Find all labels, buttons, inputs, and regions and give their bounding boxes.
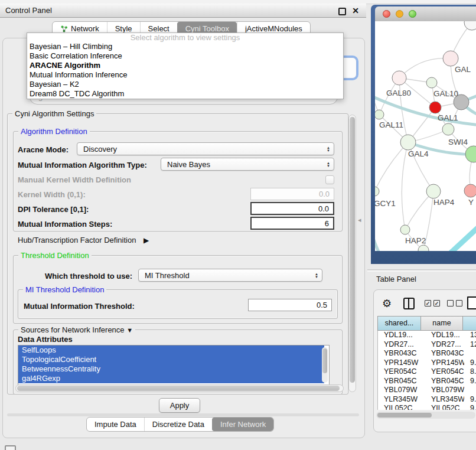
table-row[interactable]: YBR045CYBR045C9. — [378, 377, 476, 386]
algorithm-dropdown-popup: Select algorithm to view settings Bayesi… — [27, 32, 344, 99]
data-attributes-list[interactable]: SelfLoopsTopologicalCoefficientBetweenne… — [18, 345, 330, 385]
table-row[interactable]: YDR27...YDR27...12 — [378, 340, 476, 350]
zoom-traffic-light-icon[interactable] — [409, 10, 416, 18]
docked-panel-icon[interactable] — [5, 445, 16, 450]
attributes-list-scrollbar[interactable] — [322, 347, 328, 383]
node-label-gal80: GAL80 — [386, 89, 411, 97]
mi-algorithm-type-combo[interactable]: Naive Bayes ▲▼ — [161, 158, 334, 171]
settings-vertical-scrollbar[interactable] — [348, 115, 356, 392]
node-pink-right[interactable] — [464, 184, 476, 197]
algorithm-option[interactable]: Bayesian – K2 — [27, 80, 343, 89]
node-gal-cut[interactable] — [443, 51, 458, 66]
mi-steps-label: Mutual Information Steps: — [18, 220, 112, 229]
gear-icon[interactable]: ⚙ — [382, 297, 392, 310]
column-header-name[interactable]: name — [420, 316, 463, 331]
data-attribute-item[interactable]: SelfLoops — [18, 345, 324, 355]
table-row[interactable]: YIL052CYIL052C9. — [378, 404, 476, 410]
combo-arrows-icon: ▲▼ — [315, 270, 318, 281]
data-attribute-item[interactable]: TopologicalCoefficient — [18, 355, 324, 364]
table-cell — [464, 349, 476, 358]
mi-steps-input[interactable]: 6 — [250, 217, 334, 230]
table-row[interactable]: YER054CYER054C8. — [378, 367, 476, 377]
table-cell: 13 — [464, 331, 476, 340]
algorithm-option[interactable]: ARACNE Algorithm — [27, 61, 343, 70]
network-edge[interactable] — [399, 58, 451, 78]
tab-discretize-data[interactable]: Discretize Data — [144, 418, 212, 431]
hub-definition-section[interactable]: Hub/Transcription Factor Definition ▶ — [18, 236, 149, 244]
table-row[interactable]: YLR345WYLR345W9. — [378, 395, 476, 405]
table-cell: 9. — [464, 377, 476, 386]
document-icon[interactable] — [467, 296, 476, 309]
data-attribute-item[interactable]: gal4RGexp — [18, 374, 324, 383]
tab-label: Infer Network — [220, 420, 266, 429]
table-horizontal-scrollbar-thumb[interactable] — [377, 413, 432, 418]
table-row[interactable]: YBL079WYBL079W — [378, 386, 476, 395]
column-layout-icon[interactable] — [403, 298, 415, 309]
table-cell: YBL079W — [422, 386, 464, 395]
network-edge[interactable] — [402, 142, 408, 230]
attributes-list-scrollbar-thumb[interactable] — [322, 348, 327, 373]
tab-infer-network[interactable]: Infer Network — [212, 418, 273, 431]
kernel-width-label: Kernel Width (0,1): — [18, 190, 86, 199]
kernel-width-input[interactable]: 0.0 — [250, 188, 334, 200]
table-row[interactable]: YDL19...YDL19...13 — [378, 331, 476, 340]
table-cell: YER054C — [422, 367, 464, 377]
algorithm-option[interactable]: Dream8 DC_TDC Algorithm — [27, 89, 343, 99]
node-label-gal11: GAL11 — [379, 120, 403, 129]
data-attribute-item[interactable]: BetweennessCentrality — [18, 364, 324, 374]
node-hap4[interactable] — [426, 184, 441, 198]
minimize-traffic-light-icon[interactable] — [396, 10, 403, 18]
algorithm-option[interactable]: Bayesian – Hill Climbing — [27, 42, 343, 51]
network-canvas[interactable]: GALGAL80GAL10GAL1GAL11SWI4GAL4GCY1HAP4YH… — [375, 21, 476, 251]
node-unlabeled-top[interactable] — [464, 21, 476, 30]
data-attributes-label: Data Attributes — [18, 335, 73, 344]
table-row[interactable]: YBR043CYBR043C — [378, 349, 476, 358]
which-threshold-combo[interactable]: MI Threshold ▲▼ — [138, 269, 322, 282]
select-all-checkboxes-icon[interactable]: ✓✓ — [425, 300, 440, 306]
node-gal10[interactable] — [426, 77, 437, 88]
algorithm-option[interactable]: Basic Correlation Inference — [27, 51, 343, 61]
node-gal1[interactable] — [442, 123, 454, 135]
settings-horizontal-scrollbar-thumb[interactable] — [17, 386, 340, 391]
manual-kernel-width-checkbox[interactable] — [325, 175, 334, 184]
algorithm-option[interactable]: Mutual Information Inference — [27, 70, 343, 80]
node-hap2[interactable] — [400, 225, 410, 234]
combo-arrows-icon: ▲▼ — [327, 159, 330, 170]
node-gcy1[interactable] — [375, 187, 379, 196]
apply-button[interactable]: Apply — [159, 398, 200, 413]
dpi-tolerance-input[interactable]: 0.0 — [250, 202, 334, 215]
network-view-window: GALGAL80GAL10GAL1GAL11SWI4GAL4GCY1HAP4YH… — [371, 5, 476, 264]
expand-arrow-icon[interactable]: ▶ — [144, 236, 149, 244]
settings-horizontal-scrollbar[interactable] — [15, 384, 344, 392]
table-cell: YBR043C — [378, 349, 422, 358]
tab-label: Style — [115, 24, 132, 33]
table-cell: 12 — [464, 340, 476, 350]
node-gal4[interactable] — [400, 135, 416, 150]
node-selected-red[interactable] — [429, 102, 441, 113]
aracne-mode-combo[interactable]: Discovery ▲▼ — [77, 142, 334, 155]
splitter-arrow-icon[interactable]: ◂ — [358, 216, 361, 224]
network-edge[interactable] — [375, 170, 379, 251]
network-window-titlebar[interactable] — [375, 6, 476, 22]
column-header-A[interactable]: A — [462, 316, 476, 331]
settings-vertical-scrollbar-thumb[interactable] — [350, 117, 355, 383]
mi-threshold-input[interactable]: 0.5 — [248, 299, 332, 311]
collapse-arrow-icon[interactable]: ▼ — [126, 327, 133, 334]
close-traffic-light-icon[interactable] — [383, 10, 390, 18]
node-gal80[interactable] — [392, 71, 406, 85]
table-cell: YIL052C — [378, 404, 422, 410]
node-gal11[interactable] — [375, 110, 384, 119]
sources-title[interactable]: Sources for Network Inference ▼ — [18, 325, 135, 334]
deselect-all-checkboxes-icon[interactable] — [447, 300, 462, 306]
table-row[interactable]: YPR145WYPR145W9. — [378, 358, 476, 368]
tab-impute-data[interactable]: Impute Data — [87, 418, 144, 431]
table-horizontal-scrollbar[interactable] — [376, 412, 475, 419]
table-cell: YPR145W — [378, 358, 422, 368]
column-header-shared[interactable]: shared... — [377, 316, 421, 331]
panel-bottom-divider — [7, 413, 359, 416]
close-icon[interactable]: ✕ — [352, 6, 359, 15]
table-cell: YDL19... — [422, 331, 464, 340]
float-window-icon[interactable] — [338, 8, 346, 15]
network-edge[interactable] — [449, 226, 476, 251]
node-unlabeled-bottom[interactable] — [418, 245, 429, 251]
